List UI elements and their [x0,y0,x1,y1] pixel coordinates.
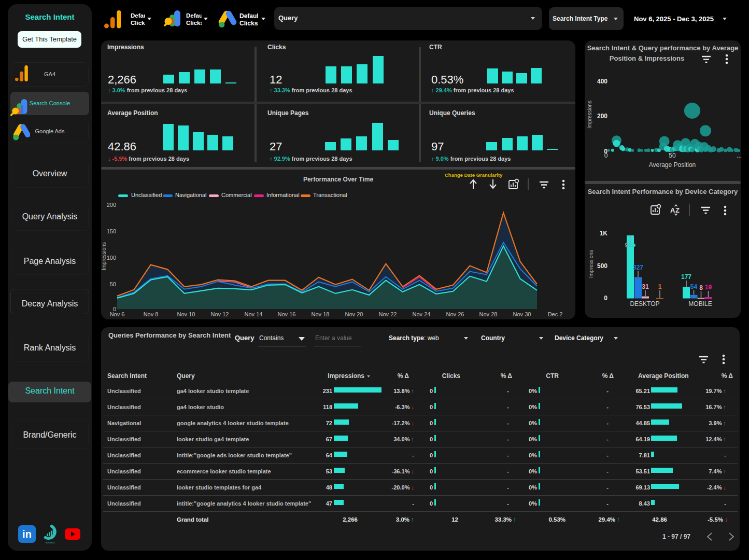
svg-text:177: 177 [681,273,691,281]
svg-text:DESKTOP: DESKTOP [630,300,659,307]
svg-text:MOBILE: MOBILE [688,300,712,307]
svg-text:327: 327 [633,264,643,271]
svg-text:54: 54 [690,283,698,290]
svg-text:8: 8 [699,284,703,291]
svg-text:1: 1 [658,283,662,290]
svg-text:dumbdata: dumbdata [46,541,55,544]
svg-text:19: 19 [705,284,712,291]
svg-text:31: 31 [642,283,649,290]
